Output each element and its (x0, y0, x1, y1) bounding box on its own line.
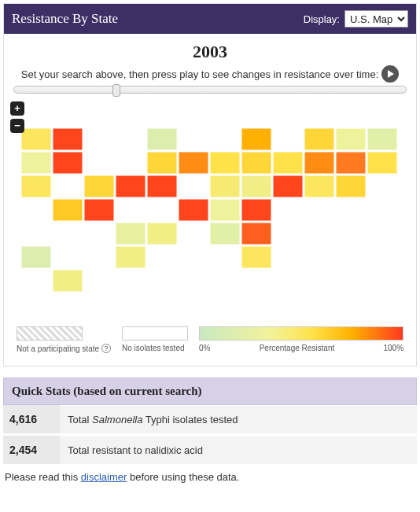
state-HI[interactable] (53, 270, 83, 292)
instruction-text: Set your search above, then press play t… (21, 68, 379, 80)
state-NY[interactable] (304, 128, 334, 150)
state-WA[interactable] (21, 128, 51, 150)
state-LA[interactable] (147, 223, 177, 245)
state-VT[interactable] (336, 128, 366, 150)
state-MS[interactable] (179, 223, 208, 245)
disclaimer-link[interactable]: disclaimer (81, 471, 127, 483)
state-OR[interactable] (21, 152, 51, 174)
state-NJ[interactable] (304, 152, 334, 174)
state-IA[interactable] (147, 152, 177, 174)
state-KY[interactable] (179, 175, 208, 197)
map-panel: Resistance By State Display: U.S. Map 20… (3, 3, 417, 367)
zoom-in-button[interactable]: + (10, 101, 24, 116)
quick-stats-header: Quick Stats (based on current search) (3, 378, 417, 405)
state-MA[interactable] (367, 152, 397, 174)
legend-mid: Percentage Resistant (260, 344, 335, 352)
state-VA[interactable] (241, 175, 271, 197)
state-CA[interactable] (21, 175, 51, 197)
state-NE[interactable] (116, 175, 146, 197)
state-CT[interactable] (336, 152, 366, 174)
display-label: Display: (304, 13, 340, 25)
state-CO[interactable] (84, 175, 114, 197)
state-SC[interactable] (241, 199, 271, 221)
map-container: + − (10, 101, 410, 306)
state-MD[interactable] (273, 175, 303, 197)
table-row: 4,616Total Salmonella Typhi isolates tes… (3, 405, 417, 436)
legend-no-isolates: No isolates tested (122, 344, 185, 352)
table-row: 2,454Total resistant to nalidixic acid (3, 436, 417, 466)
state-ME[interactable] (367, 105, 397, 127)
legend-swatch-no-isolates (122, 326, 188, 341)
state-SD[interactable] (116, 152, 146, 174)
state-WY[interactable] (84, 152, 114, 174)
state-GA[interactable] (241, 223, 271, 245)
zoom-out-button[interactable]: − (10, 119, 24, 133)
display-select[interactable]: U.S. Map (344, 10, 408, 28)
state-NM[interactable] (84, 199, 114, 221)
state-AZ[interactable] (53, 199, 83, 221)
state-IN[interactable] (210, 152, 240, 174)
state-WV[interactable] (210, 175, 240, 197)
state-NH[interactable] (367, 128, 397, 150)
legend-0: 0% (199, 344, 210, 352)
state-AR[interactable] (147, 199, 177, 221)
slider-thumb[interactable] (112, 84, 120, 97)
legend-100: 100% (383, 344, 403, 352)
state-DE[interactable] (304, 175, 334, 197)
state-OK[interactable] (116, 223, 146, 245)
state-RI[interactable] (336, 175, 366, 197)
state-ID[interactable] (53, 128, 83, 150)
stat-label: Total Salmonella Typhi isolates tested (60, 406, 417, 433)
play-button[interactable] (381, 65, 399, 83)
legend-gradient (199, 326, 403, 341)
state-IL[interactable] (179, 152, 208, 174)
legend-swatch-not-participating (17, 326, 83, 341)
help-icon[interactable]: ? (101, 344, 111, 353)
state-WI[interactable] (179, 128, 208, 150)
year-slider[interactable] (13, 86, 407, 94)
stat-label: Total resistant to nalidixic acid (60, 436, 417, 464)
state-AK[interactable] (21, 246, 51, 268)
panel-title: Resistance By State (12, 11, 118, 27)
state-MI[interactable] (241, 128, 271, 150)
state-NV[interactable] (53, 152, 83, 174)
state-MO[interactable] (147, 175, 177, 197)
state-UT[interactable] (53, 175, 83, 197)
panel-body: 2003 Set your search above, then press p… (4, 34, 416, 366)
legend: Not a participating state ? No isolates … (10, 326, 410, 353)
state-TX[interactable] (116, 246, 146, 268)
state-KS[interactable] (116, 199, 146, 221)
state-NC[interactable] (210, 199, 240, 221)
state-OH[interactable] (241, 152, 271, 174)
stat-number: 4,616 (3, 405, 60, 433)
stat-number: 2,454 (3, 436, 60, 464)
us-map[interactable] (10, 101, 410, 306)
year-label: 2003 (10, 42, 410, 62)
state-PA[interactable] (273, 152, 303, 174)
footer-note: Please read this disclaimer before using… (5, 471, 415, 483)
state-MN[interactable] (147, 128, 177, 150)
legend-not-participating: Not a participating state (17, 344, 99, 353)
quick-stats: Quick Stats (based on current search) 4,… (3, 378, 417, 466)
state-AL[interactable] (210, 223, 240, 245)
state-MT[interactable] (84, 128, 114, 150)
state-FL[interactable] (241, 246, 271, 268)
panel-header: Resistance By State Display: U.S. Map (4, 4, 416, 34)
state-ND[interactable] (116, 128, 146, 150)
state-TN[interactable] (179, 199, 208, 221)
